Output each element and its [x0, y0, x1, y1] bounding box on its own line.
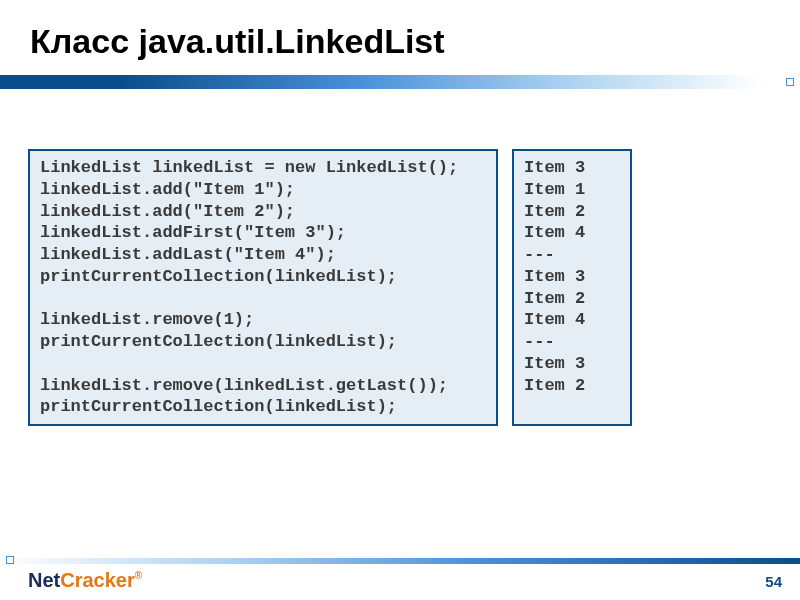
logo: NetCracker®: [28, 569, 142, 592]
footer-square-icon: [6, 556, 14, 564]
content-area: LinkedList linkedList = new LinkedList()…: [0, 89, 800, 426]
output-block: Item 3 Item 1 Item 2 Item 4 --- Item 3 I…: [512, 149, 632, 426]
footer: NetCracker® 54: [0, 558, 800, 600]
divider-square-icon: [786, 78, 794, 86]
footer-divider: [0, 558, 800, 564]
slide-title: Класс java.util.LinkedList: [0, 0, 800, 75]
logo-reg: ®: [135, 570, 142, 581]
page-number: 54: [765, 573, 782, 590]
code-block: LinkedList linkedList = new LinkedList()…: [28, 149, 498, 426]
title-divider: [0, 75, 800, 89]
logo-part2: Cracker: [60, 569, 135, 591]
logo-part1: Net: [28, 569, 60, 591]
